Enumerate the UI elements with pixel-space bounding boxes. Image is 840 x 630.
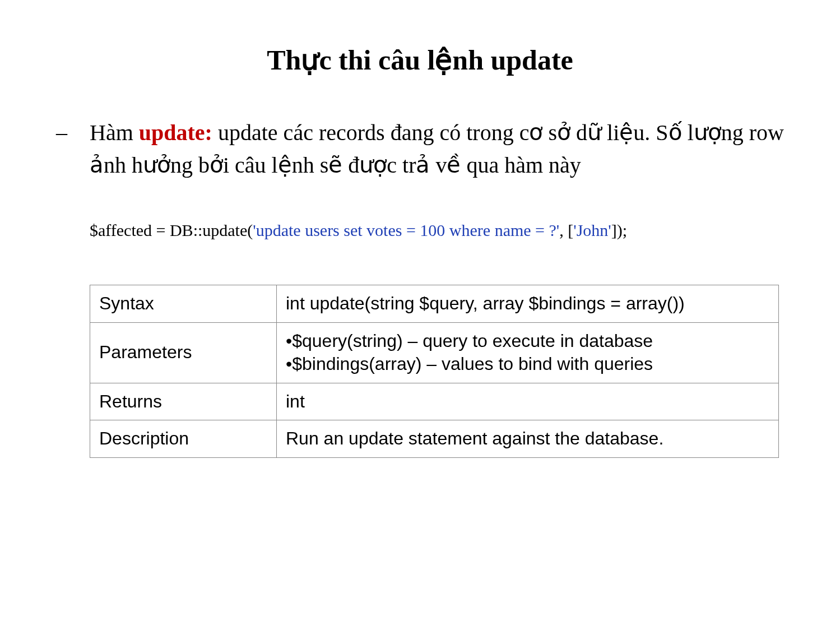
- slide-title: Thực thi câu lệnh update: [0, 44, 840, 76]
- cell-label: Parameters: [90, 322, 277, 383]
- cell-label: Returns: [90, 383, 277, 420]
- code-seg-4: 'John': [573, 221, 611, 239]
- bullet-dash: –: [56, 117, 90, 148]
- slide: Thực thi câu lệnh update – Hàm update: u…: [0, 44, 840, 630]
- code-seg-2: 'update users set votes = 100 where name…: [253, 221, 559, 239]
- bullet-keyword: update:: [139, 120, 212, 145]
- bullet-text: Hàm update: update các records đang có t…: [90, 117, 784, 182]
- cell-value: int: [277, 383, 779, 420]
- code-seg-5: ]);: [611, 221, 627, 239]
- code-seg-1: $affected = DB::update(: [90, 221, 253, 239]
- bullet-prefix: Hàm: [90, 120, 139, 145]
- cell-value: int update(string $query, array $binding…: [277, 285, 779, 323]
- cell-label: Syntax: [90, 285, 277, 323]
- code-example: $affected = DB::update('update users set…: [90, 221, 784, 240]
- table-row: Description Run an update statement agai…: [90, 420, 779, 458]
- code-seg-3: , [: [559, 221, 573, 239]
- spec-table: Syntax int update(string $query, array $…: [90, 285, 779, 458]
- cell-value: •$query(string) – query to execute in da…: [277, 322, 779, 383]
- table-row: Returns int: [90, 383, 779, 420]
- slide-body: – Hàm update: update các records đang có…: [56, 117, 784, 458]
- table-row: Parameters •$query(string) – query to ex…: [90, 322, 779, 383]
- cell-label: Description: [90, 420, 277, 458]
- table-row: Syntax int update(string $query, array $…: [90, 285, 779, 323]
- cell-value: Run an update statement against the data…: [277, 420, 779, 458]
- bullet-item: – Hàm update: update các records đang có…: [56, 117, 784, 182]
